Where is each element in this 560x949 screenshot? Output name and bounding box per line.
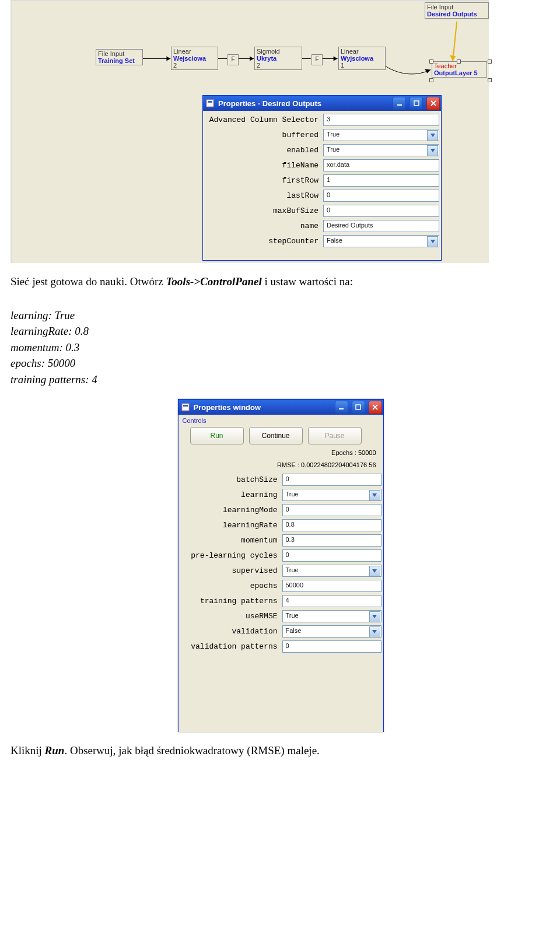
property-row: validationFalse	[180, 624, 382, 639]
svg-rect-18	[356, 405, 360, 409]
property-value-wrap: 0	[323, 205, 439, 217]
property-dropdown[interactable]: True	[282, 489, 382, 501]
minimize-button[interactable]	[393, 97, 406, 110]
maximize-button[interactable]	[352, 401, 365, 414]
param-line: learning: True	[10, 307, 550, 324]
property-textfield[interactable]: 1	[323, 174, 439, 187]
svg-rect-12	[208, 101, 212, 103]
property-textfield[interactable]: 0	[282, 474, 382, 486]
property-textfield[interactable]: 0	[282, 549, 382, 562]
property-dropdown[interactable]: False	[282, 625, 382, 638]
network-diagram-screenshot: File Input Desired Outputs File Input Tr…	[10, 0, 489, 263]
property-textfield[interactable]: 0.3	[282, 534, 382, 547]
param-line: training patterns: 4	[10, 372, 550, 388]
property-row: supervisedTrue	[180, 563, 382, 578]
selection-handle	[457, 59, 461, 64]
param-line: momentum: 0.3	[10, 339, 550, 356]
property-textfield[interactable]: 4	[282, 595, 382, 607]
property-textfield[interactable]: 0	[323, 205, 439, 217]
property-label: fileName	[205, 161, 323, 170]
continue-button[interactable]: Continue	[249, 427, 303, 444]
property-textfield[interactable]: 50000	[282, 580, 382, 592]
property-row: validation patterns0	[180, 639, 382, 654]
property-dropdown[interactable]: True	[282, 565, 382, 577]
property-dropdown[interactable]: True	[323, 144, 439, 156]
property-textfield[interactable]: xor.data	[323, 159, 439, 171]
property-label: validation	[180, 627, 282, 636]
chevron-down-icon[interactable]	[369, 611, 380, 622]
svg-rect-11	[206, 100, 214, 107]
node-sub: 1	[341, 62, 383, 69]
f-box-2[interactable]: F	[312, 54, 323, 65]
property-textfield[interactable]: 0	[282, 504, 382, 516]
property-row: training patterns4	[180, 593, 382, 608]
titlebar[interactable]: Properties - Desired Outputs	[203, 96, 441, 111]
node-sub: 2	[173, 62, 216, 69]
close-button[interactable]	[369, 401, 382, 414]
pause-button[interactable]: Pause	[308, 427, 362, 444]
rmse-readout: RMSE : 0.00224802204004176 56	[178, 458, 383, 471]
node-title: Wejsciowa	[173, 55, 216, 62]
run-button[interactable]: Run	[190, 427, 244, 444]
chevron-down-icon[interactable]	[369, 490, 380, 501]
node-label: File Input	[98, 50, 141, 57]
property-dropdown[interactable]: True	[282, 610, 382, 622]
property-textfield[interactable]: 0	[323, 190, 439, 202]
property-row: fileNamexor.data	[205, 157, 439, 173]
node-training-set[interactable]: File Input Training Set	[96, 49, 143, 65]
property-row: Advanced Column Selector3	[205, 112, 439, 127]
maximize-button[interactable]	[410, 97, 423, 110]
window-icon	[206, 99, 214, 107]
node-teacher[interactable]: Teacher OutputLayer 5	[432, 61, 487, 78]
node-title: Ukryta	[257, 55, 300, 62]
property-row: nameDesired Outputs	[205, 218, 439, 233]
node-wejsciowa[interactable]: Linear Wejsciowa 2	[171, 47, 218, 70]
property-value-wrap: xor.data	[323, 159, 439, 171]
property-label: stepCounter	[205, 237, 323, 246]
node-title: Wyjsciowa	[341, 55, 383, 62]
property-textfield[interactable]: 3	[323, 114, 439, 126]
epochs-readout: Epochs : 50000	[178, 446, 383, 458]
property-value-wrap: 0.8	[282, 519, 382, 531]
minimize-button[interactable]	[335, 401, 348, 414]
property-dropdown[interactable]: False	[323, 235, 439, 247]
property-row: firstRow1	[205, 173, 439, 188]
property-label: learning	[180, 491, 282, 499]
controls-label: Controls	[178, 415, 383, 424]
param-line: learningRate: 0.8	[10, 323, 550, 339]
f-box-1[interactable]: F	[228, 54, 239, 65]
property-row: pre-learning cycles0	[180, 548, 382, 563]
dialog-body: Advanced Column Selector3bufferedTrueena…	[203, 111, 441, 250]
chevron-down-icon[interactable]	[427, 130, 438, 141]
properties-dialog-desired-outputs[interactable]: Properties - Desired Outputs Advanced Co…	[202, 95, 442, 261]
property-textfield[interactable]: Desired Outputs	[323, 220, 439, 232]
chevron-down-icon[interactable]	[427, 236, 438, 247]
property-dropdown[interactable]: True	[323, 129, 439, 141]
property-row: batchSize0	[180, 472, 382, 487]
properties-window[interactable]: Properties window Controls Run Continu	[178, 399, 384, 732]
property-textfield[interactable]: 0.8	[282, 519, 382, 531]
node-title: Desired Outputs	[427, 10, 487, 17]
close-button[interactable]	[426, 97, 440, 110]
chevron-down-icon[interactable]	[427, 145, 438, 156]
selection-handle	[488, 59, 492, 64]
properties-window-screenshot: Properties window Controls Run Continu	[177, 398, 384, 732]
property-label: supervised	[180, 566, 282, 575]
node-wyjsciowa[interactable]: Linear Wyjsciowa 1	[338, 47, 386, 70]
node-desired-outputs[interactable]: File Input Desired Outputs	[425, 2, 489, 19]
property-value-wrap: True	[323, 144, 439, 156]
text: . Obserwuj, jak błąd średniokwadratowy (…	[64, 744, 319, 757]
node-ukryta[interactable]: Sigmoid Ukryta 2	[254, 47, 302, 70]
property-value-wrap: 4	[282, 595, 382, 607]
node-title: OutputLayer 5	[434, 69, 485, 76]
chevron-down-icon[interactable]	[369, 566, 380, 577]
window-icon	[181, 403, 190, 411]
property-row: epochs50000	[180, 578, 382, 593]
property-row: learningRate0.8	[180, 517, 382, 533]
node-label: Linear	[341, 48, 383, 55]
property-value-wrap: 0	[282, 640, 382, 653]
property-textfield[interactable]: 0	[282, 640, 382, 653]
chevron-down-icon[interactable]	[369, 626, 380, 638]
titlebar[interactable]: Properties window	[178, 400, 383, 415]
property-row: lastRow0	[205, 188, 439, 203]
